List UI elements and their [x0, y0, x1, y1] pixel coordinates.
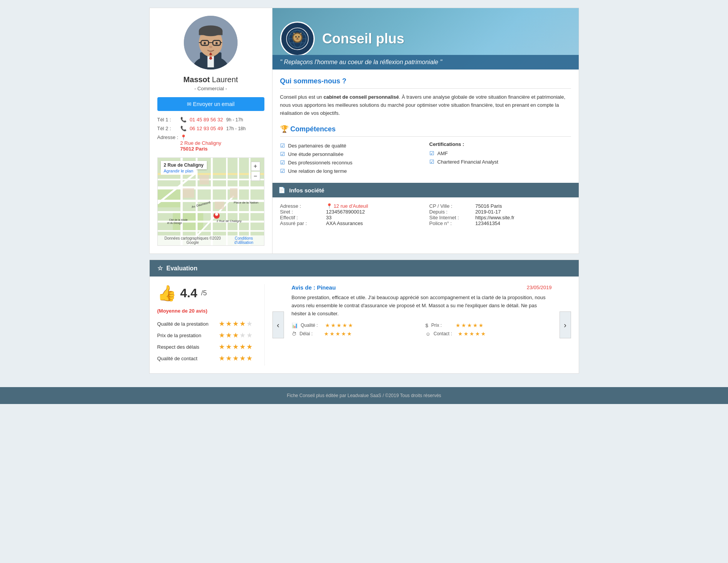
about-section-title: Qui sommes-nous ? [280, 77, 571, 89]
dollar-icon: $ [426, 323, 428, 328]
rc-star-5: ★ [481, 331, 486, 337]
info-address-link[interactable]: 12 rue d'Auteuil [333, 203, 368, 209]
rc-star-3: ★ [469, 331, 474, 337]
tel2-value: 📞 06 12 93 05 49 17h - 18h [180, 126, 246, 131]
email-button-label: Envoyer un email [193, 101, 234, 107]
star-2-1: ★ [219, 331, 225, 339]
address-label: Adresse : [157, 134, 180, 140]
prev-review-button[interactable]: ‹ [272, 311, 284, 338]
star-3-4: ★ [239, 343, 246, 351]
competence-text-1: Des partenaires de qualité [288, 143, 347, 149]
competence-item-2: ☑ Une étude personnalisée [280, 150, 422, 158]
address-street-link[interactable]: 2 Rue de Chaligny [180, 140, 221, 146]
svg-rect-38 [230, 188, 238, 198]
map-expand-link[interactable]: Agrandir le plan [161, 169, 196, 175]
info-site-value: https://www.site.fr [475, 215, 515, 220]
review-criteria: 📊 Qualité : ★ ★ ★ ★ ★ $ Prix : [292, 322, 552, 337]
eval-right: Avis de : Pineau 23/05/2019 Bonne presta… [292, 284, 552, 366]
email-icon: ✉ [187, 101, 193, 107]
criteria-stars-2: ★ ★ ★ ★ ★ [219, 331, 253, 339]
competences-grid: ☑ Des partenaires de qualité ☑ Une étude… [280, 141, 571, 175]
map-conditions-link[interactable]: Conditions d'utilisation [226, 236, 262, 245]
certifications-label: Certifications : [429, 141, 571, 147]
rq-star-3: ★ [337, 322, 342, 328]
competences-title: 🏆 Compétences [280, 125, 571, 137]
star-1-2: ★ [226, 320, 232, 328]
evaluation-section: ☆ Evaluation 👍 4.4 /5 (Moyenne de 20 avi… [149, 260, 579, 374]
info-right: CP / Ville : 75016 Paris Depuis : 2019-0… [429, 203, 571, 226]
svg-point-58 [296, 38, 298, 39]
rp-star-2: ★ [461, 322, 466, 328]
svg-point-15 [209, 46, 212, 48]
cert-text-2: Chartered Financial Analyst [437, 159, 499, 165]
info-siret-row: Siret : 12345678900012 [280, 209, 422, 215]
criteria-stars-1: ★ ★ ★ ★ ★ [219, 320, 253, 328]
svg-rect-30 [226, 158, 228, 245]
tel1-hours: 9h - 17h [226, 117, 243, 123]
rd-star-4: ★ [341, 331, 346, 337]
info-address-row: Adresse : 📍 12 rue d'Auteuil [280, 203, 422, 209]
svg-point-13 [204, 42, 206, 45]
address-value: 📍 2 Rue de Chaligny 75012 Paris [180, 134, 221, 152]
svg-point-14 [216, 42, 218, 45]
svg-rect-18 [158, 188, 180, 207]
company-logo [280, 22, 315, 56]
eval-header: ☆ Evaluation [150, 260, 579, 277]
info-effectif-value: 33 [326, 215, 332, 220]
next-review-button[interactable]: › [560, 311, 571, 338]
star-3-1: ★ [219, 343, 225, 351]
info-police-label: Police n° : [429, 220, 472, 226]
star-1-5: ★ [246, 320, 253, 328]
rp-star-3: ★ [467, 322, 472, 328]
star-icon: ☆ [157, 265, 163, 272]
right-panel: Conseil plus " Replaçons l'homme au coeu… [272, 8, 579, 253]
rc-star-4: ★ [475, 331, 480, 337]
tel2-link[interactable]: 06 12 93 05 49 [190, 126, 223, 131]
check-icon-1: ☑ [280, 142, 285, 149]
avatar [184, 16, 238, 70]
criteria-label-3: Respect des délais [157, 344, 219, 350]
info-depuis-value: 2019-01-17 [475, 209, 501, 215]
person-name: Massot Laurent [157, 75, 264, 84]
about-text: Conseil plus est un cabinet de conseil p… [280, 93, 571, 117]
criteria-row-3: Respect des délais ★ ★ ★ ★ ★ [157, 343, 257, 351]
phone-icon-2: 📞 [180, 126, 187, 131]
competence-text-4: Une relation de long terme [288, 168, 347, 174]
zoom-out-button[interactable]: − [251, 172, 260, 181]
svg-text:et du Design: et du Design [167, 222, 182, 225]
svg-rect-35 [183, 188, 194, 198]
info-grid: Adresse : 📍 12 rue d'Auteuil Siret : 123… [280, 203, 571, 226]
review-contact-row: ☺ Contact : ★ ★ ★ ★ ★ [426, 331, 552, 337]
info-police-row: Police n° : 123461354 [429, 220, 571, 226]
person-last-name: Laurent [212, 75, 238, 84]
address-row: Adresse : 📍 2 Rue de Chaligny 75012 Pari… [157, 134, 264, 152]
tel1-label: Tél 1 : [157, 117, 180, 123]
star-1-3: ★ [233, 320, 239, 328]
eval-body: 👍 4.4 /5 (Moyenne de 20 avis) Qualité de… [150, 277, 579, 373]
star-3-3: ★ [233, 343, 239, 351]
svg-text:2 Rue de Chaligny: 2 Rue de Chaligny [216, 219, 241, 223]
review-delai-row: ⏱ Délai : ★ ★ ★ ★ ★ [292, 331, 418, 337]
tel2-label: Tél 2 : [157, 126, 180, 131]
tel1-link[interactable]: 01 45 89 56 32 [190, 117, 223, 123]
info-effectif-row: Effectif : 33 [280, 215, 422, 220]
star-4-2: ★ [226, 354, 232, 363]
criteria-row-2: Prix de la prestation ★ ★ ★ ★ ★ [157, 331, 257, 339]
rq-star-2: ★ [331, 322, 336, 328]
about-bold: cabinet de conseil personnalisé [324, 94, 399, 100]
info-address-label: Adresse : [280, 203, 322, 209]
info-effectif-label: Effectif : [280, 215, 322, 220]
competence-item-3: ☑ Des professionnels reconnus [280, 158, 422, 167]
email-button[interactable]: ✉ Envoyer un email [157, 97, 264, 111]
cert-check-2: ☑ [429, 159, 434, 165]
tel2-hours: 17h - 18h [226, 126, 246, 131]
avg-text: (Moyenne de 20 avis) [157, 308, 257, 314]
zoom-in-button[interactable]: + [251, 162, 260, 171]
certifications-right: Certifications : ☑ AMF ☑ Chartered Finan… [429, 141, 571, 175]
left-panel: Massot Laurent - Commercial - ✉ Envoyer … [150, 8, 272, 253]
svg-text:Place de la Nation: Place de la Nation [233, 201, 258, 204]
review-delai-label: Délai : [300, 331, 321, 336]
check-icon-3: ☑ [280, 159, 285, 166]
criteria-label-4: Qualité de contact [157, 356, 219, 361]
avg-count: 20 [189, 308, 195, 314]
